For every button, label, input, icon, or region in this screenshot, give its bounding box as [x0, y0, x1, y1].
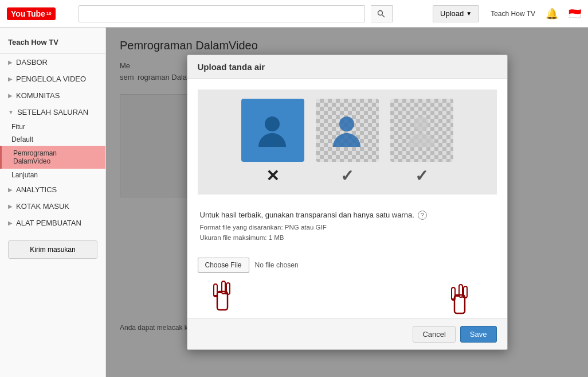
sidebar-item-alat-pembuatan[interactable]: ▶ ALAT PEMBUATAN — [0, 215, 105, 231]
hand-pointer-left — [209, 275, 235, 314]
sidebar-item-fitur[interactable]: Fitur — [0, 121, 105, 133]
svg-point-4 — [414, 116, 429, 131]
svg-point-3 — [339, 116, 354, 131]
check-mark-icon: ✓ — [340, 166, 354, 185]
watermark-option-checkered-white[interactable]: ✓ — [390, 99, 453, 185]
arrow-icon: ▶ — [8, 186, 13, 193]
watermark-solid-preview — [241, 99, 304, 162]
watermark-option-solid[interactable]: ✕ — [241, 99, 304, 185]
sidebar-item-kotak-masuk[interactable]: ▶ KOTAK MASUK — [0, 198, 105, 215]
watermark-checkered-color-preview — [316, 99, 379, 162]
hand-pointer-right — [447, 279, 473, 318]
dialog-overlay: Upload tanda air ✕ — [106, 28, 588, 377]
dialog-info-size: Ukuran file maksimum: 1 MB — [200, 232, 495, 243]
no-file-text: No file chosen — [255, 261, 299, 269]
svg-rect-8 — [226, 283, 230, 294]
content-area: Pemrograman DalamVideo Mesemxrograman Da… — [106, 28, 588, 377]
watermark-options: ✕ ✓ — [198, 90, 497, 195]
upload-button[interactable]: Upload ▼ — [433, 5, 479, 22]
arrow-icon: ▶ — [8, 59, 13, 65]
svg-point-0 — [378, 10, 383, 15]
main-layout: Teach How TV ▶ DASBOR ▶ PENGELOLA VIDEO … — [0, 28, 588, 377]
svg-rect-15 — [464, 286, 467, 298]
bell-icon[interactable]: 🔔 — [546, 7, 558, 20]
sidebar-item-dasbor[interactable]: ▶ DASBOR — [0, 54, 105, 71]
sidebar-item-analytics[interactable]: ▶ ANALYTICS — [0, 181, 105, 198]
sidebar-channel: Teach How TV — [0, 33, 105, 54]
dialog-info: Untuk hasil terbaik, gunakan transparans… — [198, 205, 497, 251]
svg-rect-6 — [214, 284, 217, 297]
arrow-icon: ▶ — [8, 76, 13, 82]
sidebar: Teach How TV ▶ DASBOR ▶ PENGELOLA VIDEO … — [0, 28, 106, 377]
save-button[interactable]: Save — [460, 326, 497, 343]
sidebar-item-default[interactable]: Default — [0, 133, 105, 146]
watermark-option-checkered-color[interactable]: ✓ — [316, 99, 379, 185]
arrow-icon: ▶ — [8, 203, 13, 209]
watermark-checkered-white-preview — [390, 99, 453, 162]
arrow-icon: ▶ — [8, 220, 13, 226]
sidebar-item-pemrograman[interactable]: PemrogramanDalamVideo — [0, 146, 105, 169]
search-button[interactable] — [371, 5, 393, 22]
youtube-logo[interactable]: YouTube10 — [7, 7, 56, 20]
svg-line-1 — [382, 15, 385, 17]
arrow-icon: ▼ — [8, 109, 14, 115]
flag-icon[interactable]: 🇮🇩 — [569, 7, 581, 20]
check-mark-2-icon: ✓ — [415, 166, 428, 185]
choose-file-button[interactable]: Choose File — [198, 258, 249, 273]
file-input-row: Choose File No file chosen — [198, 258, 497, 273]
x-mark-icon: ✕ — [266, 166, 279, 185]
sidebar-item-komunitas[interactable]: ▶ KOMUNITAS — [0, 87, 105, 104]
upload-dialog: Upload tanda air ✕ — [187, 55, 508, 351]
sidebar-item-pengelola-video[interactable]: ▶ PENGELOLA VIDEO — [0, 71, 105, 87]
sidebar-item-setelah-saluran[interactable]: ▼ SETELAH SALURAN — [0, 104, 105, 121]
dialog-footer: Cancel Save — [187, 318, 507, 349]
search-input[interactable] — [79, 5, 365, 22]
navbar: YouTube10 Upload ▼ Teach How TV 🔔 🇮🇩 — [0, 0, 588, 28]
channel-name-label: Teach How TV — [491, 10, 535, 18]
svg-rect-13 — [452, 287, 455, 300]
dialog-info-format: Format file yang disarankan: PNG atau GI… — [200, 222, 495, 232]
sidebar-item-lanjutan[interactable]: Lanjutan — [0, 169, 105, 181]
svg-point-2 — [265, 116, 280, 131]
upload-chevron: ▼ — [466, 10, 472, 17]
cancel-button[interactable]: Cancel — [413, 326, 455, 343]
help-icon[interactable]: ? — [418, 211, 427, 220]
dialog-info-main: Untuk hasil terbaik, gunakan transparans… — [200, 211, 495, 220]
feedback-button[interactable]: Kirim masukan — [8, 240, 97, 259]
arrow-icon: ▶ — [8, 92, 13, 99]
dialog-title: Upload tanda air — [187, 55, 507, 79]
